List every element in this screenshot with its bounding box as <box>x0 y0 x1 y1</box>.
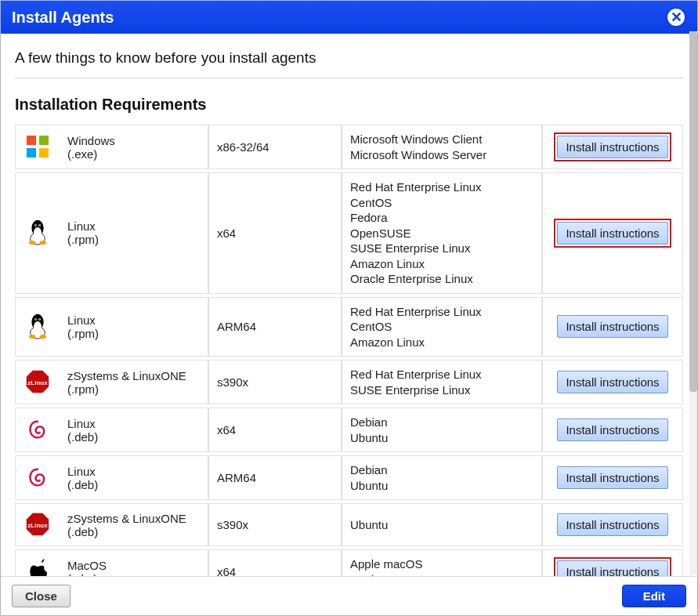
supported-os-list: Ubuntu <box>342 503 542 546</box>
svg-point-20 <box>29 335 36 339</box>
supported-os: Red Hat Enterprise Linux <box>350 367 533 382</box>
zlinux-icon: zLinux <box>15 503 60 546</box>
table-row: Linux(.deb)ARM64DebianUbuntuInstall inst… <box>15 455 683 500</box>
supported-os-list: Microsoft Windows ClientMicrosoft Window… <box>342 125 542 169</box>
dialog-body: A few things to know before you install … <box>1 34 697 576</box>
scrollbar-thumb[interactable] <box>689 31 697 392</box>
supported-os: SUSE Enterprise Linux <box>350 382 533 398</box>
supported-os: Microsoft Windows Client <box>350 132 533 147</box>
supported-os: Ubuntu <box>350 478 533 494</box>
action-cell: Install instructions <box>542 549 683 576</box>
apple-icon <box>15 549 60 576</box>
platform-name: MacOS(.pkg) <box>60 549 208 576</box>
platform-label: Linux <box>67 219 200 233</box>
svg-point-12 <box>40 241 47 245</box>
install-instructions-button[interactable]: Install instructions <box>557 315 667 338</box>
platform-label: Linux <box>67 417 200 430</box>
platform-label: Linux <box>67 313 200 327</box>
supported-os-list: Apple macOSApple OS X <box>342 549 542 576</box>
supported-os: CentOS <box>350 319 533 335</box>
architecture: x64 <box>208 172 342 294</box>
table-row: zLinuxzSystems & LinuxONE(.rpm)s390xRed … <box>15 360 683 404</box>
install-agents-dialog: Install Agents ✕ A few things to know be… <box>0 0 698 616</box>
table-row: Linux(.rpm)x64Red Hat Enterprise LinuxCe… <box>15 172 683 294</box>
supported-os: Red Hat Enterprise Linux <box>350 179 533 195</box>
highlight-box: Install instructions <box>554 132 671 161</box>
supported-os: Red Hat Enterprise Linux <box>350 304 533 320</box>
close-button[interactable]: Close <box>12 585 71 607</box>
supported-os: Microsoft Windows Server <box>350 147 533 163</box>
svg-rect-1 <box>39 136 49 145</box>
dialog-footer: Close Edit <box>1 576 697 615</box>
platform-label: Windows <box>67 134 200 147</box>
svg-rect-0 <box>27 136 36 145</box>
package-ext: (.deb) <box>67 430 200 444</box>
install-instructions-button[interactable]: Install instructions <box>557 222 667 245</box>
install-instructions-button[interactable]: Install instructions <box>557 560 667 576</box>
install-instructions-button[interactable]: Install instructions <box>557 371 667 393</box>
dialog-title: Install Agents <box>12 9 114 27</box>
supported-os-list: Red Hat Enterprise LinuxCentOSAmazon Lin… <box>342 297 542 357</box>
highlight-box: Install instructions <box>554 219 671 248</box>
svg-point-18 <box>35 319 36 320</box>
action-cell: Install instructions <box>542 408 683 452</box>
platform-label: Linux <box>67 465 200 478</box>
scrollbar[interactable] <box>689 31 697 575</box>
architecture: x64 <box>208 549 342 576</box>
action-cell: Install instructions <box>542 172 683 294</box>
supported-os: Oracle Enterprise Linux <box>350 271 533 287</box>
supported-os: CentOS <box>350 195 533 211</box>
svg-rect-2 <box>27 148 36 158</box>
supported-os: Debian <box>350 462 533 478</box>
table-row: Windows(.exe)x86-32/64Microsoft Windows … <box>15 125 683 169</box>
svg-point-19 <box>39 319 40 320</box>
platform-name: Windows(.exe) <box>60 125 208 169</box>
svg-point-9 <box>35 225 36 226</box>
platform-label: zSystems & LinuxONE <box>67 369 200 382</box>
edit-button[interactable]: Edit <box>622 585 686 607</box>
svg-point-11 <box>29 241 36 245</box>
platform-name: Linux(.rpm) <box>60 172 208 294</box>
close-icon[interactable]: ✕ <box>666 7 686 27</box>
architecture: s390x <box>208 360 342 404</box>
package-ext: (.exe) <box>67 147 200 161</box>
install-instructions-button[interactable]: Install instructions <box>557 136 667 158</box>
supported-os-list: Red Hat Enterprise LinuxSUSE Enterprise … <box>342 360 542 404</box>
architecture: x86-32/64 <box>208 125 342 169</box>
install-instructions-button[interactable]: Install instructions <box>557 466 667 489</box>
supported-os: OpenSUSE <box>350 226 533 241</box>
architecture: ARM64 <box>208 455 342 500</box>
install-instructions-button[interactable]: Install instructions <box>557 513 667 536</box>
package-ext: (.deb) <box>67 525 200 538</box>
intro-text: A few things to know before you install … <box>15 49 683 78</box>
platform-name: zSystems & LinuxONE(.rpm) <box>60 360 208 404</box>
install-instructions-button[interactable]: Install instructions <box>557 419 667 441</box>
supported-os: Fedora <box>350 210 533 226</box>
debian-icon <box>15 408 60 452</box>
supported-os-list: Red Hat Enterprise LinuxCentOSFedoraOpen… <box>342 172 542 294</box>
table-row: MacOS(.pkg)x64Apple macOSApple OS XInsta… <box>15 549 683 576</box>
svg-text:zLinux: zLinux <box>27 522 48 529</box>
architecture: ARM64 <box>208 297 342 357</box>
package-ext: (.rpm) <box>67 382 200 396</box>
package-ext: (.rpm) <box>67 233 200 246</box>
svg-text:zLinux: zLinux <box>27 379 48 386</box>
svg-point-10 <box>39 225 40 226</box>
action-cell: Install instructions <box>542 503 683 546</box>
svg-point-21 <box>40 335 47 339</box>
highlight-box: Install instructions <box>554 557 671 576</box>
tux-icon <box>15 297 60 357</box>
platform-name: Linux(.deb) <box>60 408 208 452</box>
svg-rect-3 <box>39 148 49 158</box>
requirements-table: Windows(.exe)x86-32/64Microsoft Windows … <box>15 121 683 576</box>
platform-name: zSystems & LinuxONE(.deb) <box>60 503 208 546</box>
action-cell: Install instructions <box>542 297 683 357</box>
supported-os-list: DebianUbuntu <box>342 455 542 500</box>
action-cell: Install instructions <box>542 360 683 404</box>
table-row: Linux(.deb)x64DebianUbuntuInstall instru… <box>15 408 683 452</box>
table-row: zLinuxzSystems & LinuxONE(.deb)s390xUbun… <box>15 503 683 546</box>
package-ext: (.rpm) <box>67 327 200 340</box>
supported-os: Amazon Linux <box>350 335 533 350</box>
windows-icon <box>15 125 60 169</box>
supported-os: Amazon Linux <box>350 256 533 272</box>
